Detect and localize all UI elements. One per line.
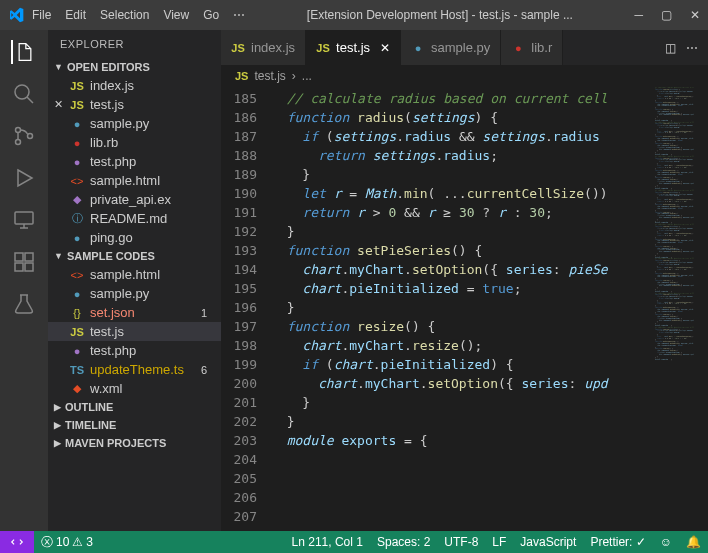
menu-go[interactable]: Go [203, 8, 219, 22]
file-item[interactable]: ◆w.xml [48, 379, 221, 398]
file-item[interactable]: {}set.json1 [48, 303, 221, 322]
section-outline[interactable]: ▶OUTLINE [48, 398, 221, 416]
chevron-down-icon: ▼ [54, 251, 63, 261]
tab-actions: ◫ ⋯ [655, 30, 708, 65]
search-icon[interactable] [12, 82, 36, 106]
file-item[interactable]: ●lib.rb [48, 133, 221, 152]
svg-rect-8 [25, 263, 33, 271]
svg-point-2 [16, 140, 21, 145]
file-item[interactable]: ●test.php [48, 341, 221, 360]
remote-indicator[interactable] [0, 531, 34, 553]
file-item[interactable]: <>sample.html [48, 265, 221, 284]
file-item[interactable]: JStest.js [48, 322, 221, 341]
minimap[interactable]: // calculate radius based on current cel… [653, 87, 708, 531]
file-item[interactable]: ●test.php [48, 152, 221, 171]
remote-explorer-icon[interactable] [12, 208, 36, 232]
file-type-icon: JS [316, 42, 330, 54]
file-name: sample.py [90, 116, 149, 131]
menu-overflow[interactable]: ⋯ [233, 8, 245, 22]
menu-edit[interactable]: Edit [65, 8, 86, 22]
svg-point-1 [16, 128, 21, 133]
section-timeline[interactable]: ▶TIMELINE [48, 416, 221, 434]
file-name: private_api.ex [90, 192, 171, 207]
menu-selection[interactable]: Selection [100, 8, 149, 22]
file-type-icon: ◆ [70, 193, 84, 206]
breadcrumb[interactable]: JS test.js › ... [221, 65, 708, 87]
chevron-down-icon: ▼ [54, 62, 63, 72]
svg-point-0 [15, 85, 29, 99]
editor-tab[interactable]: JStest.js✕ [306, 30, 401, 65]
tab-label: lib.r [531, 40, 552, 55]
file-type-icon: ● [70, 137, 84, 149]
close-icon[interactable]: ✕ [380, 41, 390, 55]
svg-rect-5 [15, 253, 23, 261]
close-icon[interactable]: ✕ [54, 98, 63, 111]
sidebar-title: EXPLORER [48, 30, 221, 58]
file-item[interactable]: <>sample.html [48, 171, 221, 190]
section-open-editors[interactable]: ▼OPEN EDITORS [48, 58, 221, 76]
menu-bar: File Edit Selection View Go ⋯ [32, 8, 245, 22]
file-name: lib.rb [90, 135, 118, 150]
menu-file[interactable]: File [32, 8, 51, 22]
run-debug-icon[interactable] [12, 166, 36, 190]
source-control-icon[interactable] [12, 124, 36, 148]
split-editor-icon[interactable]: ◫ [665, 41, 676, 55]
cursor-position[interactable]: Ln 211, Col 1 [285, 535, 370, 549]
code-editor[interactable]: 1851861871881891901911921931941951961971… [221, 87, 708, 531]
maximize-icon[interactable]: ▢ [661, 8, 672, 22]
file-item[interactable]: ●sample.py [48, 284, 221, 303]
testing-icon[interactable] [12, 292, 36, 316]
file-item[interactable]: JSindex.js [48, 76, 221, 95]
explorer-icon[interactable] [11, 40, 35, 64]
file-type-icon: ● [70, 118, 84, 130]
encoding[interactable]: UTF-8 [437, 535, 485, 549]
file-item[interactable]: ✕JStest.js [48, 95, 221, 114]
file-name: sample.py [90, 286, 149, 301]
file-type-icon: JS [231, 42, 245, 54]
feedback-icon[interactable]: ☺ [653, 535, 679, 549]
section-sample-codes[interactable]: ▼SAMPLE CODES [48, 247, 221, 265]
file-type-icon: JS [70, 80, 84, 92]
file-item[interactable]: TSupdateTheme.ts6 [48, 360, 221, 379]
file-name: updateTheme.ts [90, 362, 184, 377]
editor-tab[interactable]: ●lib.r [501, 30, 563, 65]
editor-tab[interactable]: JSindex.js [221, 30, 306, 65]
file-name: test.js [90, 97, 124, 112]
extensions-icon[interactable] [12, 250, 36, 274]
window-title: [Extension Development Host] - test.js -… [245, 8, 634, 22]
chevron-right-icon: › [292, 69, 296, 83]
editor-tabs: JSindex.jsJStest.js✕●sample.py●lib.r ◫ ⋯ [221, 30, 708, 65]
eol[interactable]: LF [485, 535, 513, 549]
file-name: test.js [90, 324, 124, 339]
file-type-icon: ● [70, 232, 84, 244]
menu-view[interactable]: View [163, 8, 189, 22]
problems-indicator[interactable]: ⓧ10 ⚠3 [34, 534, 100, 551]
editor-tab[interactable]: ●sample.py [401, 30, 501, 65]
chevron-right-icon: ▶ [54, 438, 61, 448]
status-bar: ⓧ10 ⚠3 Ln 211, Col 1 Spaces: 2 UTF-8 LF … [0, 531, 708, 553]
more-actions-icon[interactable]: ⋯ [686, 41, 698, 55]
close-icon[interactable]: ✕ [690, 8, 700, 22]
file-type-icon: TS [70, 364, 84, 376]
file-type-icon: ● [70, 288, 84, 300]
file-type-icon: <> [70, 175, 84, 187]
minimize-icon[interactable]: ─ [634, 8, 643, 22]
file-item[interactable]: ●sample.py [48, 114, 221, 133]
problem-badge: 6 [201, 364, 213, 376]
file-item[interactable]: ●ping.go [48, 228, 221, 247]
language-mode[interactable]: JavaScript [513, 535, 583, 549]
file-type-icon: <> [70, 269, 84, 281]
file-name: set.json [90, 305, 135, 320]
file-name: sample.html [90, 267, 160, 282]
indentation[interactable]: Spaces: 2 [370, 535, 437, 549]
file-item[interactable]: ⓘREADME.md [48, 209, 221, 228]
section-maven[interactable]: ▶MAVEN PROJECTS [48, 434, 221, 452]
svg-rect-6 [25, 253, 33, 261]
error-icon: ⓧ [41, 534, 53, 551]
file-type-icon: {} [70, 307, 84, 319]
file-item[interactable]: ◆private_api.ex [48, 190, 221, 209]
prettier-status[interactable]: Prettier: ✓ [583, 535, 652, 549]
chevron-right-icon: ▶ [54, 420, 61, 430]
notifications-icon[interactable]: 🔔 [679, 535, 708, 549]
code-content[interactable]: // calculate radius based on current cel… [271, 87, 653, 531]
